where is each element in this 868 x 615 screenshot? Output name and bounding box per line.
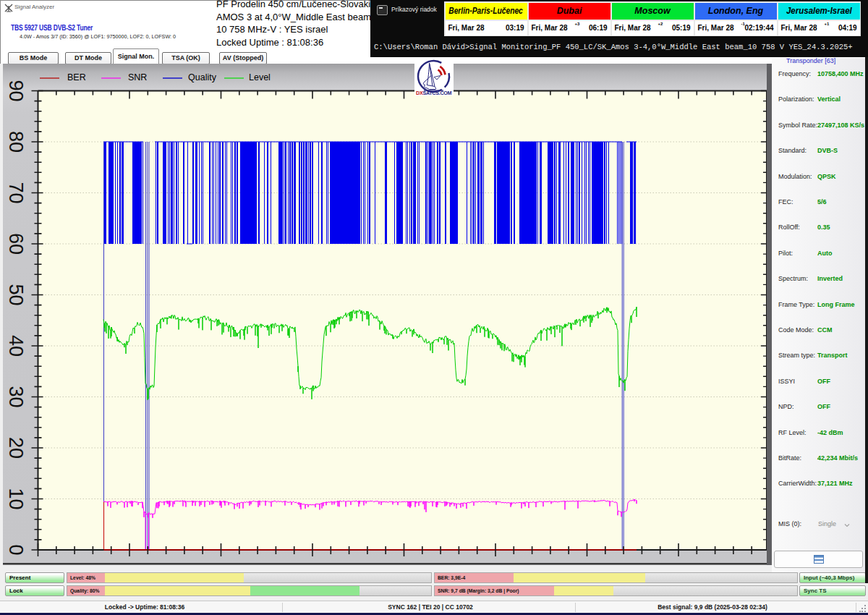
svg-text:10: 10 [5, 488, 27, 509]
svg-text:30: 30 [5, 386, 27, 407]
svg-text:40: 40 [5, 335, 27, 357]
svg-text:DXSATCS.COM: DXSATCS.COM [416, 90, 452, 96]
svg-text:70: 70 [5, 182, 27, 203]
svg-text:80: 80 [5, 131, 27, 153]
svg-text:20: 20 [5, 437, 27, 459]
svg-text:60: 60 [5, 233, 27, 255]
svg-text:50: 50 [5, 284, 27, 305]
svg-text:0: 0 [5, 544, 27, 555]
svg-text:90: 90 [5, 80, 27, 101]
